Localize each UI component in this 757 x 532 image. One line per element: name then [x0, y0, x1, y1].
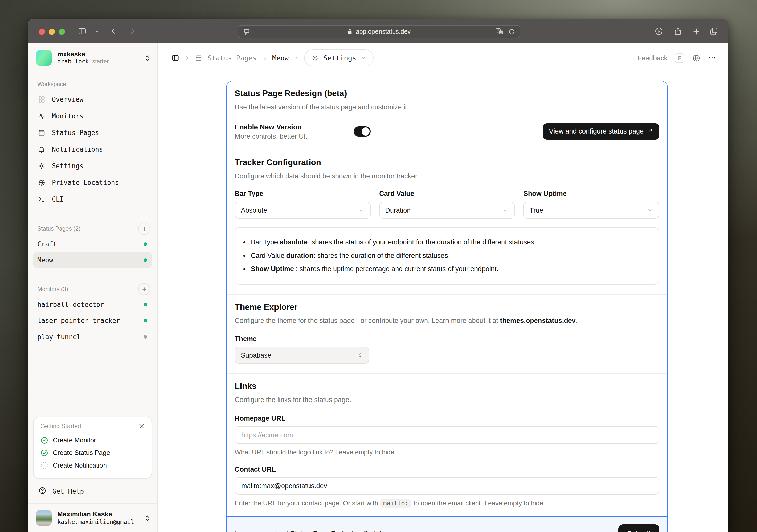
sidebar-item-private-locations[interactable]: Private Locations: [33, 174, 152, 191]
section-title: Status Page Redesign (beta): [235, 89, 659, 98]
sidebar-item-label: Status Pages: [52, 129, 99, 137]
status-dot-gray: [143, 335, 147, 338]
forward-button-icon[interactable]: [129, 19, 136, 43]
sidebar-item-monitors[interactable]: Monitors: [33, 108, 152, 124]
contact-url-input[interactable]: [235, 477, 659, 495]
monitor-item-play-tunnel[interactable]: play tunnel: [33, 329, 152, 345]
chevron-right-icon: [184, 55, 190, 61]
links-section: Links Configure the links for the status…: [227, 374, 667, 516]
get-help-link[interactable]: Get Help: [33, 485, 152, 503]
card-value-select[interactable]: Duration: [379, 202, 515, 219]
section-description: Configure which data should be shown in …: [235, 171, 659, 181]
getting-started-label: Create Monitor: [53, 436, 96, 444]
minimize-window-button[interactable]: [49, 29, 55, 35]
breadcrumb-section[interactable]: Status Pages: [207, 54, 257, 62]
bar-type-label: Bar Type: [235, 190, 371, 198]
share-icon[interactable]: [673, 19, 682, 43]
back-button-icon[interactable]: [109, 19, 117, 43]
section-description: Configure the theme for the status page …: [235, 316, 659, 326]
item-label: hairball detector: [37, 300, 104, 308]
card-value-label: Card Value: [379, 190, 515, 198]
theme-label: Theme: [235, 335, 659, 343]
homepage-url-helper: What URL should the logo link to? Leave …: [235, 448, 659, 456]
chevron-right-icon: [262, 55, 267, 61]
show-uptime-select[interactable]: True: [524, 202, 659, 219]
check-circle-icon: [40, 436, 48, 444]
breadcrumb-tab-selector[interactable]: Settings: [304, 49, 374, 67]
enable-new-version-toggle[interactable]: [353, 126, 371, 136]
user-avatar: [36, 510, 52, 526]
user-menu[interactable]: Maximilian Kaske kaske.maximilian@gmail…: [28, 503, 157, 532]
tracker-help-bullet: Card Value duration: shares the duration…: [251, 251, 650, 261]
bell-icon: [37, 145, 45, 153]
section-description: Configure the links for the status page.: [235, 395, 659, 405]
sidebar-item-overview[interactable]: Overview: [33, 91, 152, 108]
submit-button[interactable]: Submit: [618, 525, 659, 532]
tracker-help-box: Bar Type absolute: shares the status of …: [235, 227, 659, 284]
svg-text:文: 文: [500, 31, 502, 34]
add-monitor-button[interactable]: [138, 283, 150, 295]
address-bar[interactable]: app.openstatus.dev A文: [238, 25, 520, 38]
downloads-icon[interactable]: [654, 19, 663, 43]
sidebar-item-cli[interactable]: CLI: [33, 191, 152, 207]
tab-overview-icon[interactable]: [709, 19, 719, 43]
getting-started-title: Getting Started: [40, 423, 81, 430]
reload-icon[interactable]: [508, 26, 515, 38]
new-tab-icon[interactable]: [692, 19, 701, 43]
zoom-window-button[interactable]: [59, 29, 65, 35]
translate-icon[interactable]: A文: [496, 26, 504, 38]
close-icon[interactable]: [138, 423, 145, 430]
tracker-help-bullet: Show Uptime : shares the uptime percenta…: [251, 264, 650, 274]
breadcrumb-page[interactable]: Meow: [272, 54, 288, 62]
theme-select[interactable]: Supabase: [235, 347, 369, 364]
sidebar-item-label: Monitors: [52, 112, 83, 120]
feedback-button[interactable]: Feedback: [637, 54, 667, 62]
workspace-switch-icon[interactable]: [144, 54, 151, 62]
more-options-icon[interactable]: [708, 54, 716, 62]
sidebar-item-label: Overview: [52, 96, 83, 103]
page-settings-icon[interactable]: [243, 26, 250, 38]
status-dot-green: [143, 319, 147, 322]
homepage-url-input[interactable]: [235, 426, 659, 444]
sidebar-item-notifications[interactable]: Notifications: [33, 141, 152, 158]
getting-started-item[interactable]: Create Monitor: [40, 434, 145, 446]
workspace-switcher[interactable]: mxkaske drab-lock starter: [28, 43, 157, 73]
mailto-code: mailto:: [380, 499, 411, 508]
monitors-list: hairball detectorlaser pointer trackerpl…: [33, 296, 152, 345]
chevron-down-icon: [647, 207, 653, 213]
bar-type-select[interactable]: Absolute: [235, 202, 371, 219]
getting-started-item[interactable]: Create Status Page: [40, 446, 145, 459]
workspace-name: mxkaske: [57, 51, 109, 58]
window-controls: [39, 29, 65, 35]
toggle-sidebar-icon[interactable]: [77, 19, 87, 43]
status-page-item-meow[interactable]: Meow: [33, 252, 152, 268]
item-label: play tunnel: [37, 333, 80, 340]
status-page-item-craft[interactable]: Craft: [33, 236, 152, 252]
contact-url-helper: Enter the URL for your contact page. Or …: [235, 499, 659, 507]
browser-toolbar: app.openstatus.dev A文: [28, 19, 728, 43]
browser-window: app.openstatus.dev A文: [28, 19, 728, 532]
form-footer: Learn more about Status Page Redesign (b…: [227, 516, 667, 532]
getting-started-item[interactable]: Create Notification: [40, 459, 145, 472]
getting-started-label: Create Status Page: [53, 449, 110, 456]
themes-link[interactable]: themes.openstatus.dev: [500, 317, 576, 325]
terminal-icon: [37, 196, 45, 203]
tracker-help-bullet: Bar Type absolute: shares the status of …: [251, 237, 650, 247]
monitor-item-hairball-detector[interactable]: hairball detector: [33, 296, 152, 312]
user-switch-icon[interactable]: [144, 514, 151, 522]
monitors-section-label: Monitors (3): [37, 286, 68, 292]
collapse-sidebar-icon[interactable]: [171, 54, 179, 62]
sidebar-chevron-icon[interactable]: [94, 19, 100, 43]
sidebar-item-label: Settings: [52, 162, 83, 170]
app-sidebar: mxkaske drab-lock starter Workspace Over…: [28, 43, 158, 532]
page-content: Status Page Redesign (beta) Use the late…: [158, 73, 728, 532]
sidebar-item-status-pages[interactable]: Status Pages: [33, 124, 152, 141]
globe-icon[interactable]: [692, 54, 701, 62]
close-window-button[interactable]: [39, 29, 45, 35]
screen: app.openstatus.dev A文: [0, 0, 757, 532]
monitor-item-laser-pointer-tracker[interactable]: laser pointer tracker: [33, 312, 152, 329]
sidebar-item-settings[interactable]: Settings: [33, 158, 152, 174]
add-status-page-button[interactable]: [138, 223, 150, 235]
view-configure-status-page-button[interactable]: View and configure status page: [543, 123, 659, 139]
status-pages-icon: [195, 54, 202, 62]
